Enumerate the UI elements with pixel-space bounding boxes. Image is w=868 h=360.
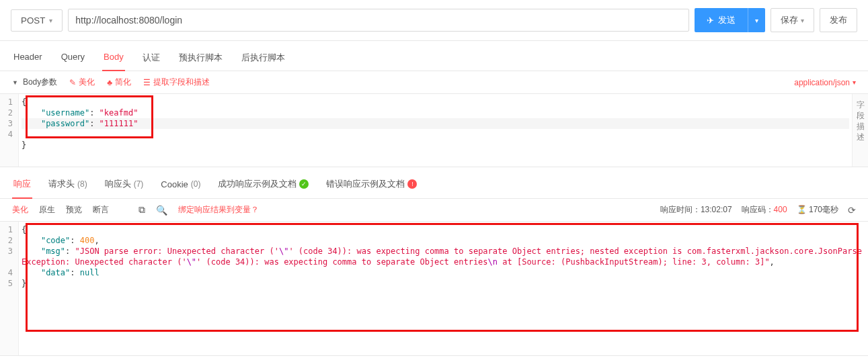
resp-raw-button[interactable]: 原生 — [39, 204, 55, 216]
list-icon: ☰ — [143, 78, 151, 87]
tree-icon: ♣ — [107, 78, 112, 87]
field-description-sidebar[interactable]: 字 段 描 述 — [852, 94, 868, 167]
tab-query[interactable]: Query — [60, 48, 86, 71]
tab-auth[interactable]: 认证 — [141, 48, 161, 71]
request-url-input[interactable] — [68, 9, 689, 32]
chevron-down-icon: ▾ — [49, 17, 52, 24]
request-topbar: POST ▾ ✈ 发送 ▾ 保存 ▾ 发布 — [0, 0, 868, 41]
resp-preview-button[interactable]: 预览 — [66, 204, 82, 216]
chevron-down-icon: ▾ — [853, 79, 856, 86]
request-body-editor: 1234 { "username": "keafmd" "password": … — [0, 94, 868, 167]
send-icon: ✈ — [707, 15, 714, 26]
http-method-label: POST — [21, 15, 45, 26]
tab-cookie[interactable]: Cookie (0) — [159, 177, 202, 197]
tab-request-headers[interactable]: 请求头 (8) — [47, 175, 89, 198]
body-params-toggle[interactable]: Body参数 — [12, 77, 57, 88]
send-button[interactable]: ✈ 发送 — [695, 8, 748, 32]
wand-icon: ✎ — [69, 78, 76, 87]
request-tabs: Header Query Body 认证 预执行脚本 后执行脚本 — [0, 41, 868, 71]
tab-pre-script[interactable]: 预执行脚本 — [177, 48, 224, 71]
response-meta: 响应时间：13:02:07 响应码：400 ⏳ 170毫秒 ⟳ — [660, 204, 856, 216]
tab-post-script[interactable]: 后执行脚本 — [240, 48, 286, 71]
refresh-icon[interactable]: ⟳ — [848, 205, 856, 216]
check-icon: ✓ — [299, 179, 309, 189]
tab-success-example[interactable]: 成功响应示例及文档 ✓ — [216, 175, 310, 198]
send-label: 发送 — [718, 14, 736, 26]
tab-body[interactable]: Body — [102, 48, 125, 71]
bind-variable-link[interactable]: 绑定响应结果到变量？ — [178, 204, 259, 216]
tab-response-headers[interactable]: 响应头 (7) — [104, 175, 145, 198]
response-time: 13:02:07 — [701, 205, 732, 214]
alert-icon: ! — [407, 179, 417, 189]
publish-button[interactable]: 发布 — [820, 8, 857, 32]
content-type-select[interactable]: application/json ▾ — [794, 78, 856, 87]
response-elapsed: 170毫秒 — [809, 205, 838, 214]
response-status-code: 400 — [774, 205, 787, 214]
code-area[interactable]: { "username": "keafmd" "password": "1111… — [19, 94, 852, 167]
hourglass-icon: ⏳ — [797, 205, 807, 214]
send-dropdown-button[interactable]: ▾ — [748, 8, 765, 32]
response-toolbar: 美化 原生 预览 断言 ⧉ 🔍 绑定响应结果到变量？ 响应时间：13:02:07… — [0, 199, 868, 222]
tab-error-example[interactable]: 错误响应示例及文档 ! — [325, 175, 418, 198]
chevron-down-icon: ▾ — [801, 17, 804, 24]
publish-label: 发布 — [830, 14, 847, 26]
extract-fields-button[interactable]: ☰提取字段和描述 — [143, 77, 210, 88]
http-method-select[interactable]: POST ▾ — [11, 9, 63, 32]
save-button[interactable]: 保存 ▾ — [771, 8, 814, 32]
search-icon[interactable]: 🔍 — [156, 205, 167, 216]
save-label: 保存 — [781, 14, 798, 26]
content-type-label: application/json — [794, 78, 850, 87]
copy-icon[interactable]: ⧉ — [139, 204, 145, 216]
beautify-button[interactable]: ✎美化 — [69, 77, 95, 88]
code-area[interactable]: { "code": 400, "msg": "JSON parse error:… — [19, 222, 868, 355]
body-toolbar: Body参数 ✎美化 ♣简化 ☰提取字段和描述 application/json… — [0, 71, 868, 94]
tab-response[interactable]: 响应 — [12, 175, 32, 198]
line-gutter: 1234 — [0, 94, 19, 167]
response-tabs: 响应 请求头 (8) 响应头 (7) Cookie (0) 成功响应示例及文档 … — [0, 167, 868, 199]
response-body-editor: 12345 { "code": 400, "msg": "JSON parse … — [0, 222, 868, 356]
resp-assert-button[interactable]: 断言 — [93, 204, 109, 216]
tab-header[interactable]: Header — [12, 48, 44, 71]
simplify-button[interactable]: ♣简化 — [107, 77, 131, 88]
resp-beautify-button[interactable]: 美化 — [12, 204, 28, 216]
line-gutter: 12345 — [0, 222, 19, 355]
